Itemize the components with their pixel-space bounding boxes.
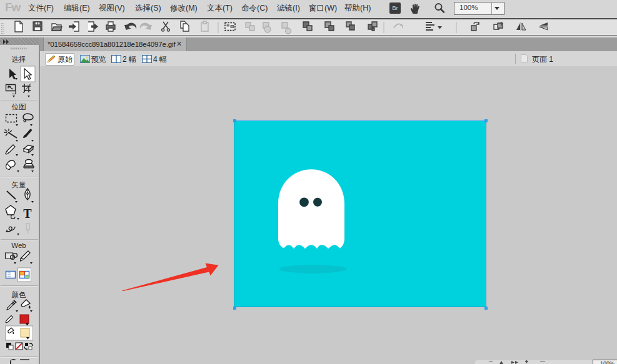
svg-text:位图: 位图: [12, 103, 26, 111]
svg-text:颜色: 颜色: [12, 291, 27, 298]
svg-text:选择: 选择: [12, 56, 26, 63]
svg-text:矢量: 矢量: [12, 181, 27, 189]
svg-text:Web: Web: [11, 242, 26, 249]
svg-text:T: T: [23, 207, 32, 220]
